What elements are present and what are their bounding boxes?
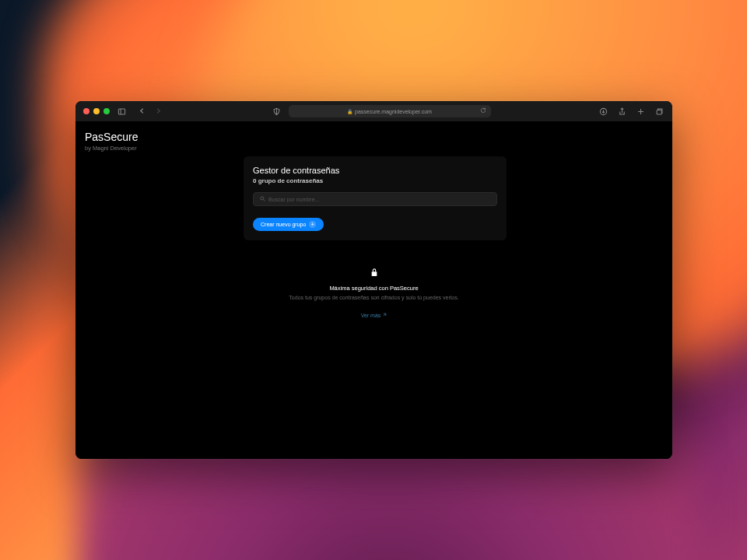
password-manager-card: Gestor de contraseñas 0 grupo de contras… bbox=[244, 156, 507, 240]
search-input[interactable] bbox=[268, 197, 490, 202]
url-text: passecure.magnideveloper.com bbox=[355, 109, 432, 114]
browser-window: 🔒 passecure.magnideveloper.com bbox=[75, 101, 672, 459]
svg-rect-0 bbox=[118, 109, 124, 114]
back-button[interactable] bbox=[136, 107, 148, 116]
sidebar-toggle-icon[interactable] bbox=[116, 106, 127, 117]
maximize-window-button[interactable] bbox=[103, 108, 110, 114]
see-more-label: Ver más bbox=[361, 313, 381, 318]
page-content: PasSecure by Magni Developer Gestor de c… bbox=[75, 121, 672, 459]
search-icon bbox=[260, 196, 265, 202]
svg-rect-3 bbox=[657, 110, 661, 114]
plus-icon: + bbox=[309, 221, 316, 228]
create-group-button[interactable]: Crear nuevo grupo + bbox=[253, 218, 324, 231]
privacy-shield-icon[interactable] bbox=[272, 106, 282, 117]
security-description: Todos tus grupos de contraseñas son cifr… bbox=[258, 294, 491, 302]
see-more-link[interactable]: Ver más bbox=[361, 313, 388, 318]
forward-button[interactable] bbox=[153, 107, 164, 116]
downloads-icon[interactable] bbox=[598, 106, 608, 117]
svg-line-5 bbox=[264, 200, 265, 201]
security-title: Máxima seguridad con PasSecure bbox=[258, 285, 491, 292]
external-link-icon bbox=[382, 313, 387, 318]
app-subtitle: by Magni Developer bbox=[85, 145, 663, 152]
close-window-button[interactable] bbox=[83, 108, 89, 114]
search-box[interactable] bbox=[253, 192, 497, 206]
card-title: Gestor de contraseñas bbox=[253, 166, 497, 175]
minimize-window-button[interactable] bbox=[93, 108, 100, 114]
new-tab-icon[interactable] bbox=[635, 106, 646, 117]
window-controls bbox=[83, 108, 110, 114]
app-title: PasSecure bbox=[85, 131, 663, 143]
security-info-section: Máxima seguridad con PasSecure Todos tus… bbox=[258, 268, 491, 320]
lock-icon: 🔒 bbox=[347, 109, 352, 114]
svg-rect-6 bbox=[371, 271, 377, 276]
address-bar[interactable]: 🔒 passecure.magnideveloper.com bbox=[289, 105, 491, 117]
security-lock-icon bbox=[258, 268, 491, 278]
create-button-label: Crear nuevo grupo bbox=[261, 222, 306, 227]
share-icon[interactable] bbox=[616, 106, 627, 117]
refresh-icon[interactable] bbox=[480, 107, 486, 115]
svg-point-4 bbox=[261, 197, 264, 200]
browser-toolbar: 🔒 passecure.magnideveloper.com bbox=[75, 101, 672, 121]
tabs-overview-icon[interactable] bbox=[654, 106, 665, 117]
group-count-label: 0 grupo de contraseñas bbox=[253, 177, 497, 184]
